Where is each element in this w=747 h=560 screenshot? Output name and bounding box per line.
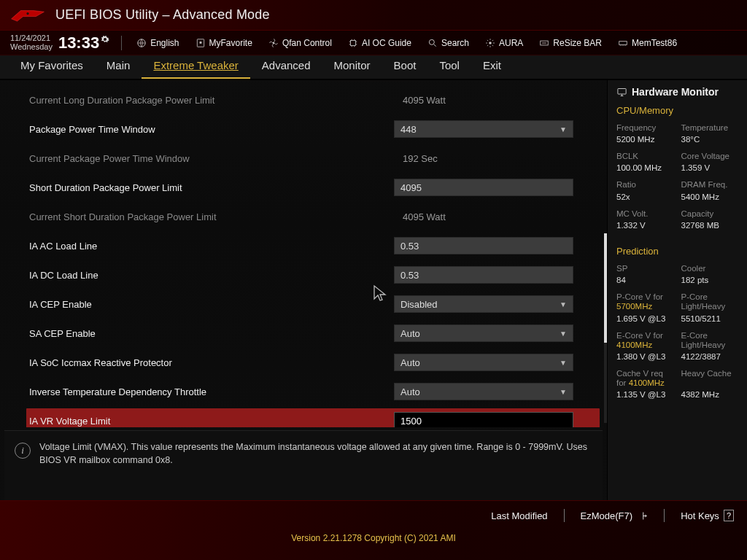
setting-row[interactable]: IA VR Voltage Limit1500: [26, 408, 600, 427]
setting-value-readonly: 192 Sec: [394, 153, 438, 164]
qfan-link[interactable]: Qfan Control: [264, 36, 336, 50]
bottom-bar: Last Modified EzMode(F7) Hot Keys ? Vers…: [0, 500, 747, 560]
dropdown-value: 448: [400, 124, 417, 135]
fan-icon: [268, 38, 279, 48]
search-link[interactable]: Search: [423, 36, 473, 50]
setting-label: Package Power Time Window: [29, 124, 394, 135]
temp-label: Temperature: [681, 123, 740, 133]
dropdown-value: Disabled: [400, 299, 438, 310]
setting-text-input[interactable]: 0.53: [394, 237, 573, 254]
freq-value: 5200 MHz: [616, 135, 676, 144]
help-text: Voltage Limit (VMAX). This value represe…: [39, 441, 591, 493]
datetime-block: 11/24/2021 Wednesday 13:33: [10, 34, 109, 52]
hwmon-title: Hardware Monitor: [616, 86, 740, 98]
pcorev-label: P-Core V for5700MHz: [616, 292, 676, 311]
setting-label: SA CEP Enable: [29, 328, 394, 339]
pcore-lh-value: 5510/5211: [681, 314, 740, 323]
tab-main[interactable]: Main: [95, 55, 142, 79]
mcvolt-label: MC Volt.: [616, 209, 676, 219]
resize-bar-label: ReSize BAR: [553, 38, 602, 48]
memtest-link[interactable]: MemTest86: [614, 36, 681, 50]
text-input-value: 0.53: [400, 241, 419, 252]
setting-row: Current Short Duration Package Power Lim…: [29, 204, 600, 229]
language-label: English: [150, 38, 179, 48]
ezmode-button[interactable]: EzMode(F7): [581, 510, 649, 521]
last-modified-button[interactable]: Last Modified: [491, 510, 547, 521]
setting-text-input[interactable]: 1500: [394, 412, 573, 427]
setting-row[interactable]: Inverse Temperature Dependency ThrottleA…: [29, 379, 600, 404]
divider: [664, 509, 665, 522]
ai-oc-label: AI OC Guide: [362, 38, 411, 48]
setting-label: IA VR Voltage Limit: [29, 416, 394, 427]
setting-value-readonly: 4095 Watt: [394, 211, 446, 222]
tab-tool[interactable]: Tool: [427, 55, 471, 79]
bclk-label: BCLK: [616, 152, 676, 161]
tab-boot[interactable]: Boot: [382, 55, 428, 79]
setting-label: IA DC Load Line: [29, 270, 394, 281]
setting-row: Current Long Duration Package Power Limi…: [29, 88, 600, 112]
setting-dropdown[interactable]: Auto▼: [394, 383, 573, 400]
setting-value-readonly: 4095 Watt: [394, 95, 446, 106]
ecorev-label: E-Core V for4100MHz: [616, 331, 676, 350]
ecore-lh-label: E-CoreLight/Heavy: [681, 331, 740, 350]
setting-dropdown[interactable]: Auto▼: [394, 354, 573, 371]
hotkeys-button[interactable]: Hot Keys ?: [681, 510, 734, 521]
date-text: 11/24/2021: [10, 34, 53, 43]
setting-row[interactable]: IA AC Load Line0.53: [29, 233, 600, 258]
hwmon-section-cpu: CPU/Memory: [616, 105, 740, 116]
gear-icon[interactable]: [101, 35, 109, 44]
setting-row[interactable]: SA CEP EnableAuto▼: [29, 321, 600, 346]
setting-label: IA SoC Iccmax Reactive Protector: [29, 357, 394, 368]
sp-label: SP: [616, 264, 676, 273]
svg-point-0: [26, 12, 28, 15]
memory-icon: [618, 38, 628, 48]
heavy-cache-label: Heavy Cache: [681, 369, 740, 388]
tab-my-favorites[interactable]: My Favorites: [9, 55, 95, 79]
hwmon-prediction-grid: SP Cooler 84 182 pts P-Core V for5700MHz…: [616, 264, 740, 405]
cursor-icon: [372, 284, 390, 302]
text-input-value: 0.53: [400, 270, 419, 281]
tab-extreme-tweaker[interactable]: Extreme Tweaker: [142, 55, 249, 79]
cooler-value: 182 pts: [681, 276, 740, 284]
utility-bar: 11/24/2021 Wednesday 13:33 English MyFav…: [0, 31, 747, 55]
hardware-monitor-panel: Hardware Monitor CPU/Memory Frequency Te…: [607, 80, 747, 500]
chevron-down-icon: ▼: [560, 330, 567, 338]
aura-link[interactable]: AURA: [481, 36, 527, 50]
temp-value: 38°C: [681, 135, 740, 144]
ai-oc-link[interactable]: AI OC Guide: [344, 36, 416, 50]
dropdown-value: Auto: [400, 386, 420, 397]
hotkeys-label: Hot Keys: [681, 510, 719, 521]
hwmon-title-label: Hardware Monitor: [632, 86, 719, 98]
setting-text-input[interactable]: 4095: [394, 179, 573, 196]
tab-exit[interactable]: Exit: [471, 55, 513, 79]
myfavorite-label: MyFavorite: [209, 38, 252, 48]
resize-bar-icon: [539, 38, 549, 48]
setting-text-input[interactable]: 0.53: [394, 266, 573, 284]
rog-logo-icon: [10, 7, 45, 23]
setting-row[interactable]: IA DC Load Line0.53: [29, 262, 600, 287]
setting-dropdown[interactable]: Disabled▼: [394, 295, 573, 313]
scrollbar-thumb[interactable]: [604, 233, 607, 343]
resize-bar-link[interactable]: ReSize BAR: [535, 36, 606, 50]
setting-row[interactable]: Short Duration Package Power Limit4095: [29, 175, 600, 200]
settings-scroll[interactable]: Current Long Duration Package Power Limi…: [0, 80, 607, 427]
setting-row[interactable]: IA CEP EnableDisabled▼: [29, 292, 600, 316]
tab-advanced[interactable]: Advanced: [250, 55, 322, 79]
ezmode-label: EzMode(F7): [581, 510, 633, 521]
setting-dropdown[interactable]: Auto▼: [394, 324, 573, 342]
hwmon-section-prediction: Prediction: [616, 246, 740, 257]
divider: [121, 36, 122, 50]
setting-dropdown[interactable]: 448▼: [394, 120, 573, 138]
myfavorite-link[interactable]: MyFavorite: [191, 36, 257, 50]
setting-row[interactable]: IA SoC Iccmax Reactive ProtectorAuto▼: [29, 350, 600, 375]
capacity-value: 32768 MB: [681, 221, 740, 230]
globe-icon: [136, 38, 147, 48]
divider: [564, 509, 565, 522]
chevron-down-icon: ▼: [560, 359, 567, 367]
tab-monitor[interactable]: Monitor: [322, 55, 382, 79]
svg-point-6: [489, 42, 492, 44]
monitor-icon: [616, 87, 627, 98]
language-selector[interactable]: English: [132, 36, 183, 50]
setting-row[interactable]: Package Power Time Window448▼: [29, 117, 600, 141]
star-doc-icon: [196, 38, 206, 48]
